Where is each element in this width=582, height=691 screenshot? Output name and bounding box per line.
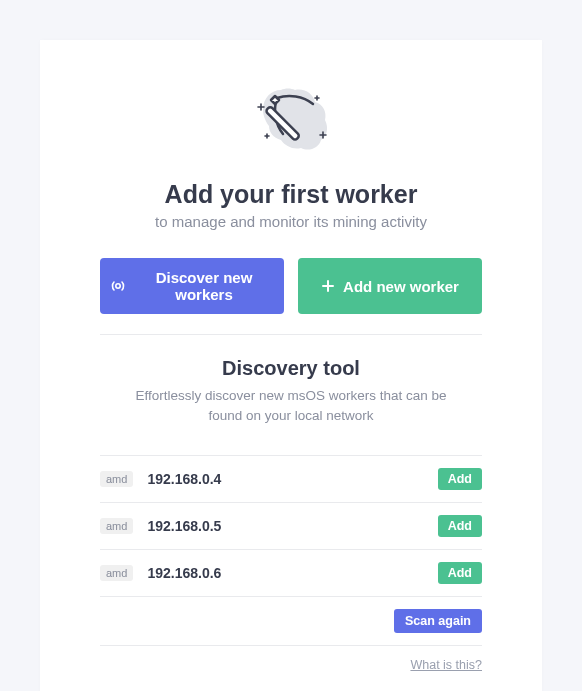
worker-ip: 192.168.0.4 <box>147 471 437 487</box>
worker-list: amd 192.168.0.4 Add amd 192.168.0.5 Add … <box>100 455 482 597</box>
discovery-subtitle: Effortlessly discover new msOS workers t… <box>121 386 461 425</box>
discover-workers-button[interactable]: Discover new workers <box>100 258 284 314</box>
scan-again-button[interactable]: Scan again <box>394 609 482 633</box>
worker-row: amd 192.168.0.4 Add <box>100 455 482 503</box>
worker-ip: 192.168.0.6 <box>147 565 437 581</box>
pickaxe-icon <box>241 80 341 160</box>
gpu-badge: amd <box>100 471 133 487</box>
pickaxe-illustration <box>100 80 482 160</box>
page-title: Add your first worker <box>100 180 482 209</box>
svg-point-1 <box>116 284 120 288</box>
add-worker-button[interactable]: Add new worker <box>298 258 482 314</box>
worker-row: amd 192.168.0.5 Add <box>100 503 482 550</box>
scan-row: Scan again <box>100 597 482 646</box>
discovery-title: Discovery tool <box>100 357 482 380</box>
divider <box>100 334 482 335</box>
gpu-badge: amd <box>100 518 133 534</box>
worker-row: amd 192.168.0.6 Add <box>100 550 482 597</box>
add-discovered-worker-button[interactable]: Add <box>438 562 482 584</box>
plus-icon <box>321 279 335 293</box>
add-discovered-worker-button[interactable]: Add <box>438 468 482 490</box>
help-link[interactable]: What is this? <box>410 658 482 672</box>
onboarding-card: Add your first worker to manage and moni… <box>40 40 542 691</box>
add-worker-label: Add new worker <box>343 278 459 295</box>
radar-icon <box>110 278 126 294</box>
discover-workers-label: Discover new workers <box>134 269 274 303</box>
add-discovered-worker-button[interactable]: Add <box>438 515 482 537</box>
footer: What is this? <box>100 646 482 672</box>
primary-actions: Discover new workers Add new worker <box>100 258 482 314</box>
worker-ip: 192.168.0.5 <box>147 518 437 534</box>
gpu-badge: amd <box>100 565 133 581</box>
page-subtitle: to manage and monitor its mining activit… <box>100 213 482 230</box>
